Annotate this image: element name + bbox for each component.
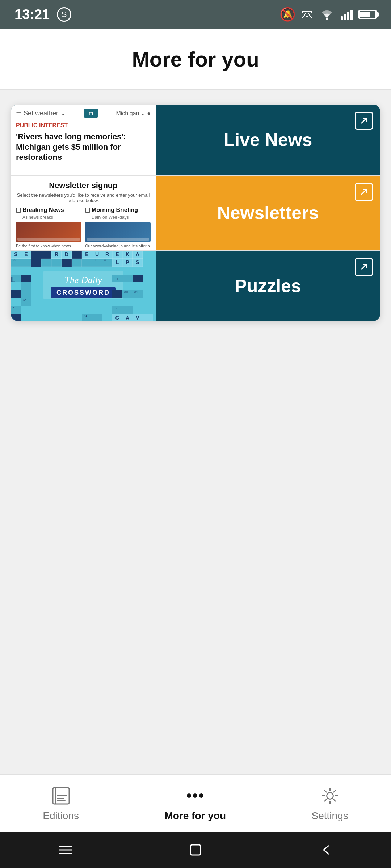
svg-point-94 [187,793,191,798]
svg-text:41: 41 [84,314,87,318]
status-time: 13:21 [14,7,50,22]
nl-title: Newsletter signup [16,181,151,190]
svg-rect-92 [57,798,64,799]
svg-rect-16 [72,251,82,259]
svg-text:30: 30 [124,290,128,294]
nl-subtitle: Select the newsletters you'd like to rec… [16,192,151,203]
svg-text:L: L [11,276,15,284]
svg-point-0 [326,18,328,20]
svg-rect-59 [122,275,133,282]
wifi-icon [319,8,335,21]
settings-icon [319,785,341,807]
svg-text:G: G [115,315,119,321]
svg-text:P: P [126,259,129,265]
svg-rect-76 [11,314,21,321]
svg-rect-62 [21,290,31,298]
svg-rect-86 [143,314,153,321]
svg-rect-56 [21,282,31,290]
svg-text:L: L [116,259,119,265]
notification-bell-icon: 🔕 [279,7,296,22]
svg-text:17: 17 [114,306,118,310]
nav-back-button[interactable] [318,842,334,858]
puzzles-label: Puzzles [235,276,301,297]
crossword-preview: S E R D E U R E [11,251,156,321]
newsletters-preview: Newsletter signup Select the newsletters… [11,176,156,250]
svg-text:The Daily: The Daily [64,275,102,285]
svg-rect-54 [21,275,31,282]
svg-text:A: A [104,258,106,262]
svg-text:E: E [24,251,28,257]
svg-point-96 [199,793,203,798]
svg-rect-37 [82,259,92,267]
battery-icon [358,10,377,19]
svg-text:U: U [95,251,99,257]
nl-option-breaking: Breaking News As news breaks Be the firs… [16,207,81,250]
android-nav-bar [0,832,391,868]
nl-img-breaking [16,222,81,242]
live-news-card[interactable]: ☰ Set weather ⌄ m Michigan ⌄ ● PUBLIC IN… [11,105,380,175]
svg-rect-34 [51,259,62,267]
nl-option-morning: Morning Briefing Daily on Weekdays Our a… [85,207,151,250]
settings-tab-label: Settings [312,810,348,822]
svg-line-103 [333,799,336,801]
nl-options: Breaking News As news breaks Be the firs… [16,207,151,250]
puzzles-card[interactable]: S E R D E U R E [11,251,380,321]
live-news-preview: ☰ Set weather ⌄ m Michigan ⌄ ● PUBLIC IN… [11,105,156,175]
svg-rect-93 [57,800,66,801]
svg-text:T: T [116,277,118,281]
tab-more-for-you[interactable]: More for you [150,781,240,825]
svg-line-104 [333,790,336,792]
svg-text:E: E [115,251,119,257]
svg-text:S: S [14,251,17,257]
svg-line-3 [361,118,366,123]
preview-logo: m [84,109,98,118]
svg-text:CROSSWORD: CROSSWORD [56,289,110,296]
status-bar: 13:21 S 🔕 ⯴ [0,0,391,29]
nl-checkbox-breaking [16,208,21,213]
nl-checkbox-morning [85,208,90,213]
svg-text:A: A [126,315,129,321]
svg-rect-73 [122,306,133,314]
svg-text:A: A [136,251,139,257]
newsletters-card[interactable]: Newsletter signup Select the newsletters… [11,176,380,250]
svg-line-87 [361,264,366,269]
svg-rect-60 [133,275,143,282]
svg-text:35: 35 [23,298,26,302]
live-news-arrow-icon [355,112,373,130]
svg-text:m: m [89,110,93,116]
tab-settings[interactable]: Settings [297,781,363,825]
tab-editions[interactable]: Editions [28,781,93,825]
more-for-you-tab-label: More for you [164,810,226,822]
svg-text:31: 31 [134,290,138,294]
svg-text:E: E [85,251,88,257]
svg-line-105 [324,799,327,801]
svg-rect-64 [112,290,122,298]
puzzles-arrow-icon [355,258,373,276]
newsletters-label-area: Newsletters [156,176,380,250]
nav-home-button[interactable] [188,842,203,858]
svg-text:R: R [55,251,58,257]
svg-line-102 [324,790,327,792]
preview-tag: PUBLIC INTEREST [16,122,151,129]
status-left: 13:21 S [14,7,71,22]
svg-text:D: D [65,251,68,257]
svg-text:M: M [135,315,140,321]
svg-rect-31 [21,259,31,267]
live-news-label-area: Live News [156,105,380,175]
svg-rect-79 [92,314,102,321]
svg-rect-36 [72,259,82,267]
svg-rect-91 [57,795,67,796]
editions-icon [50,785,72,807]
svg-rect-10 [31,251,41,259]
svg-point-97 [327,792,333,799]
nav-menu-button[interactable] [57,844,73,856]
live-news-label: Live News [224,129,312,150]
bluetooth-icon: ⯴ [302,8,313,21]
svg-line-4 [361,190,366,195]
s-icon: S [57,7,71,22]
page-title: More for you [7,47,384,71]
more-for-you-icon [184,785,206,807]
svg-text:14: 14 [13,290,16,294]
svg-point-95 [193,793,197,798]
svg-rect-32 [31,259,41,267]
